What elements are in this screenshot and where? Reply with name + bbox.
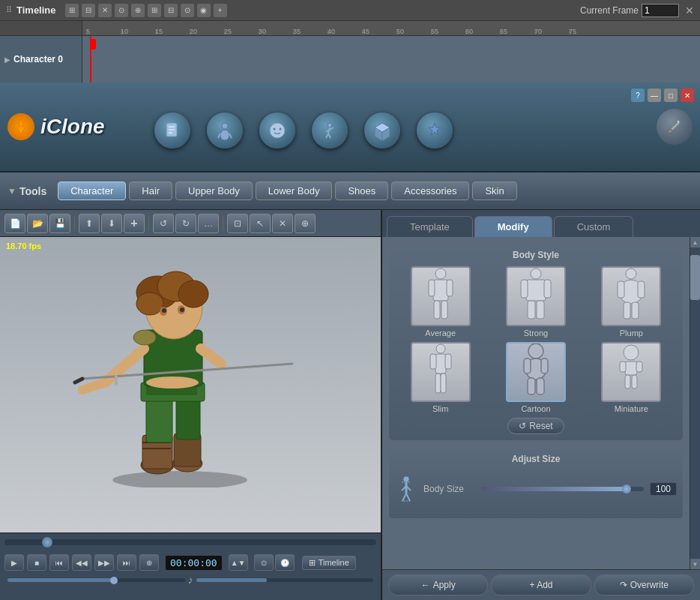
- maximize-button[interactable]: □: [664, 88, 678, 102]
- tl-icon-2[interactable]: ⊟: [82, 4, 95, 17]
- current-frame-input[interactable]: [642, 4, 679, 17]
- overwrite-button[interactable]: ↷ Overwrite: [594, 574, 694, 596]
- tab-template[interactable]: Template: [387, 216, 473, 237]
- scrollbar-up-arrow[interactable]: ▲: [690, 237, 701, 248]
- timeline-playhead[interactable]: [90, 36, 91, 82]
- tab-custom[interactable]: Custom: [554, 216, 634, 237]
- body-style-average[interactable]: Average: [395, 266, 486, 338]
- tab-skin[interactable]: Skin: [472, 182, 516, 200]
- playback-controls: ▶ ■ ⏮ ◀◀ ▶▶ ⏭ ⊕ 00:00:00 ▲▼ ⊙ 🕐 ⊞ Time: [4, 554, 376, 571]
- clock-btn[interactable]: 🕐: [275, 554, 295, 571]
- record-btn[interactable]: ⊕: [139, 554, 159, 571]
- time-settings-btn[interactable]: ▲▼: [229, 554, 248, 571]
- tl-icon-10[interactable]: +: [214, 4, 227, 17]
- body-style-miniature[interactable]: Miniature: [586, 342, 677, 413]
- redo-btn[interactable]: ↻: [175, 214, 196, 233]
- volume-slider-fill: [7, 578, 114, 582]
- body-style-grid: Average: [395, 266, 677, 413]
- body-style-slim[interactable]: Slim: [395, 342, 486, 413]
- help-button[interactable]: ?: [631, 88, 645, 102]
- undo-btn[interactable]: ↺: [153, 214, 174, 233]
- tab-upper-body[interactable]: Upper Body: [175, 182, 253, 200]
- move-up-btn[interactable]: ⬆: [79, 214, 100, 233]
- scrollbar-down-arrow[interactable]: ▼: [690, 559, 701, 569]
- header-btn-effects[interactable]: [412, 108, 457, 153]
- volume-icon[interactable]: ♪: [188, 574, 193, 586]
- tl-icon-9[interactable]: ◉: [197, 4, 211, 17]
- header-btn-character[interactable]: [202, 108, 247, 153]
- save-file-btn[interactable]: 💾: [49, 214, 70, 233]
- play-btn[interactable]: ▶: [4, 554, 24, 571]
- svg-point-64: [626, 268, 636, 279]
- reset-button[interactable]: ↺ Reset: [507, 418, 564, 434]
- scrollbar-track[interactable]: [690, 248, 700, 559]
- body-size-slider[interactable]: [482, 487, 644, 491]
- body-style-strong[interactable]: Strong: [490, 266, 581, 338]
- add-item-btn[interactable]: +: [124, 214, 145, 233]
- header-right-btn[interactable]: [657, 109, 693, 145]
- timeline-toggle-btn[interactable]: ⊞ Timeline: [302, 556, 356, 570]
- tab-modify[interactable]: Modify: [474, 216, 552, 237]
- svg-point-8: [270, 123, 285, 138]
- speed-slider-track[interactable]: [196, 578, 374, 582]
- tl-icon-3[interactable]: ✕: [98, 4, 112, 17]
- delete-btn[interactable]: ✕: [272, 214, 293, 233]
- rewind-btn[interactable]: ◀◀: [72, 554, 91, 571]
- fast-forward-btn[interactable]: ▶▶: [94, 554, 114, 571]
- tl-icon-5[interactable]: ⊕: [131, 4, 145, 17]
- tab-lower-body[interactable]: Lower Body: [256, 182, 333, 200]
- tl-icon-1[interactable]: ⊞: [65, 4, 79, 17]
- tab-accessories[interactable]: Accessories: [391, 182, 469, 200]
- body-style-average-thumb: [411, 266, 471, 326]
- stop-btn[interactable]: ■: [27, 554, 46, 571]
- viewport[interactable]: 18.70 fps: [0, 237, 381, 532]
- character-btn-icon: [207, 112, 243, 148]
- panel-content: Body Style: [382, 237, 700, 569]
- main-timeline-thumb[interactable]: [42, 537, 52, 548]
- svg-point-58: [531, 268, 541, 279]
- header-btn-motion[interactable]: [307, 108, 352, 153]
- tab-hair[interactable]: Hair: [129, 182, 172, 200]
- adjust-size-section: Adjust Size: [388, 447, 684, 519]
- grab-btn[interactable]: ⊕: [295, 214, 316, 233]
- plump-figure: [609, 266, 654, 326]
- svg-point-76: [528, 344, 543, 358]
- tl-icon-7[interactable]: ⊟: [164, 4, 178, 17]
- svg-line-37: [82, 382, 105, 390]
- move-down-btn[interactable]: ⬇: [101, 214, 122, 233]
- volume-slider-thumb[interactable]: [110, 577, 118, 584]
- track-expand-icon[interactable]: ▶: [4, 56, 10, 64]
- extra-btn[interactable]: …: [198, 214, 219, 233]
- tick-40: 40: [328, 28, 362, 35]
- apply-button[interactable]: ← Apply: [388, 574, 488, 596]
- timeline-track-right[interactable]: [82, 36, 700, 82]
- loop-toggle-btn[interactable]: ⊙: [254, 554, 274, 571]
- body-style-cartoon[interactable]: Cartoon: [490, 342, 581, 413]
- scrollbar-thumb[interactable]: [690, 255, 700, 300]
- open-file-btn[interactable]: 📂: [27, 214, 48, 233]
- tl-icon-8[interactable]: ⊙: [181, 4, 194, 17]
- header-btn-scene[interactable]: [150, 108, 195, 153]
- volume-slider-track[interactable]: [7, 578, 185, 582]
- prev-key-btn[interactable]: ⏮: [49, 554, 69, 571]
- panel-main: Body Style: [382, 237, 690, 569]
- select-btn[interactable]: ↖: [250, 214, 271, 233]
- tl-icon-4[interactable]: ⊙: [115, 4, 128, 17]
- tab-character[interactable]: Character: [58, 182, 126, 200]
- zoom-fit-btn[interactable]: ⊡: [227, 214, 248, 233]
- body-style-plump[interactable]: Plump: [586, 266, 677, 338]
- next-key-btn[interactable]: ⏭: [117, 554, 136, 571]
- add-button[interactable]: + Add: [491, 574, 591, 596]
- svg-rect-73: [445, 354, 451, 369]
- body-size-slider-thumb[interactable]: [622, 484, 631, 494]
- timeline-close-btn[interactable]: ✕: [685, 4, 694, 16]
- header-btn-props[interactable]: [360, 108, 405, 153]
- main-timeline-track[interactable]: [4, 539, 376, 545]
- tab-shoes[interactable]: Shoes: [335, 182, 388, 200]
- svg-rect-56: [434, 301, 440, 319]
- header-btn-face[interactable]: [255, 108, 300, 153]
- minimize-button[interactable]: —: [648, 88, 661, 102]
- tl-icon-6[interactable]: ⊞: [148, 4, 161, 17]
- new-document-btn[interactable]: 📄: [4, 214, 25, 233]
- close-app-button[interactable]: ✕: [681, 88, 694, 102]
